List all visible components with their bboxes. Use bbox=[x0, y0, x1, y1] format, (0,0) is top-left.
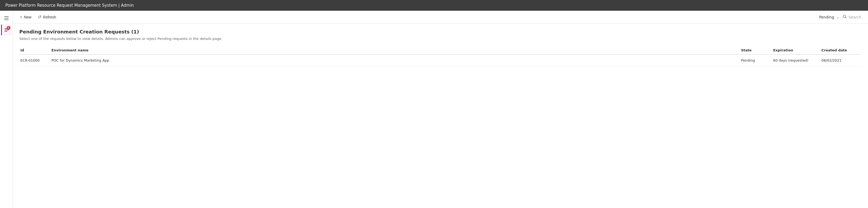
sidebar: 1 bbox=[0, 11, 13, 208]
col-header-env-name: Environment name bbox=[52, 46, 741, 55]
app-title: Power Platform Resource Request Manageme… bbox=[5, 3, 134, 8]
refresh-icon: ↺ bbox=[38, 14, 41, 20]
new-button[interactable]: + New bbox=[17, 13, 34, 21]
col-header-expiration: Expiration bbox=[773, 46, 822, 55]
hamburger-button[interactable] bbox=[1, 13, 12, 24]
col-header-state: State bbox=[741, 46, 773, 55]
cell-expiration: 60 days (requested) bbox=[773, 55, 822, 66]
search-icon bbox=[842, 14, 847, 20]
header-bar: Power Platform Resource Request Manageme… bbox=[0, 0, 868, 11]
refresh-button-label: Refresh bbox=[43, 15, 56, 19]
chevron-down-icon: ⌄ bbox=[836, 15, 839, 19]
table-body: ECR-01000 POC for Dynamics Marketing App… bbox=[19, 55, 862, 66]
svg-line-4 bbox=[845, 17, 846, 18]
refresh-button[interactable]: ↺ Refresh bbox=[35, 13, 59, 21]
nav-badge: 1 bbox=[7, 26, 10, 30]
filter-area: Pending ⌄ bbox=[819, 15, 839, 19]
cell-id: ECR-01000 bbox=[19, 55, 52, 66]
col-header-id: Id bbox=[19, 46, 52, 55]
search-area[interactable]: Search bbox=[840, 13, 864, 21]
page-title: Pending Environment Creation Requests (1… bbox=[19, 29, 862, 35]
cell-env-name: POC for Dynamics Marketing App bbox=[52, 55, 741, 66]
svg-rect-1 bbox=[5, 30, 9, 30]
requests-nav-button[interactable]: 1 bbox=[1, 25, 12, 35]
col-header-created-date: Created date bbox=[822, 46, 862, 55]
table-header: Id Environment name State Expiration Cre bbox=[19, 46, 862, 55]
requests-table: Id Environment name State Expiration Cre bbox=[19, 46, 862, 66]
filter-dropdown[interactable]: ⌄ bbox=[836, 15, 839, 19]
plus-icon: + bbox=[20, 15, 22, 20]
new-button-label: New bbox=[24, 15, 31, 19]
table-row[interactable]: ECR-01000 POC for Dynamics Marketing App… bbox=[19, 55, 862, 66]
app-layout: 1 + New ↺ Refresh Pending ⌄ bbox=[0, 11, 868, 208]
filter-value: Pending bbox=[819, 15, 834, 19]
page-subtitle: Select one of the requests below to view… bbox=[19, 37, 862, 41]
cell-state: Pending bbox=[741, 55, 773, 66]
table-header-row: Id Environment name State Expiration Cre bbox=[19, 46, 862, 55]
search-placeholder: Search bbox=[848, 15, 861, 19]
content-area: Pending Environment Creation Requests (1… bbox=[13, 24, 868, 208]
svg-rect-2 bbox=[5, 31, 7, 32]
hamburger-icon bbox=[4, 16, 8, 20]
main-content: + New ↺ Refresh Pending ⌄ bbox=[13, 11, 868, 208]
cell-created-date: 08/02/2021 bbox=[822, 55, 862, 66]
toolbar: + New ↺ Refresh Pending ⌄ bbox=[13, 11, 868, 24]
